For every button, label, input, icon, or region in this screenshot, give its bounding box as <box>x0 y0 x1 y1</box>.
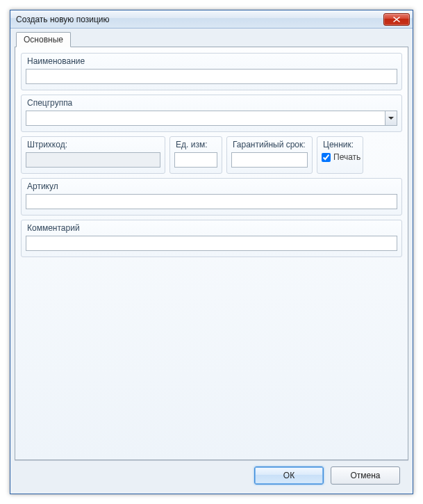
client-area: Основные Наименование Спецгруппа Штрихко… <box>10 29 413 494</box>
dialog-window: Создать новую позицию Основные Наименова… <box>10 10 413 494</box>
label-warranty: Гарантийный срок: <box>233 140 308 149</box>
group-specgroup: Спецгруппа <box>21 95 402 132</box>
cancel-button[interactable]: Отмена <box>331 466 400 485</box>
chevron-down-icon[interactable] <box>385 111 397 125</box>
label-pricetag: Ценник: <box>323 140 358 149</box>
tab-main[interactable]: Основные <box>16 32 71 47</box>
group-comment: Комментарий <box>21 220 402 257</box>
label-name: Наименование <box>27 56 397 66</box>
label-unit: Ед. изм: <box>176 140 217 149</box>
specgroup-input[interactable] <box>26 111 385 125</box>
row-details: Штрихкод: Ед. изм: Гарантийный срок: <box>21 136 402 174</box>
group-unit: Ед. изм: <box>169 136 222 174</box>
window-title: Создать новую позицию <box>16 15 383 24</box>
close-icon <box>393 17 400 22</box>
warranty-combo[interactable] <box>231 152 308 168</box>
ok-button[interactable]: ОК <box>254 466 324 485</box>
unit-combo[interactable] <box>174 152 217 168</box>
spacer <box>21 261 402 454</box>
barcode-input <box>26 152 160 168</box>
label-barcode: Штрихкод: <box>27 140 160 149</box>
tab-page-main: Наименование Спецгруппа Штрихкод: Ед. из… <box>15 47 408 460</box>
label-specgroup: Спецгруппа <box>27 98 397 108</box>
pricetag-print-option[interactable]: Печать <box>322 152 358 162</box>
pricetag-print-label: Печать <box>333 152 360 162</box>
group-article: Артикул <box>21 178 402 216</box>
label-article: Артикул <box>27 181 397 191</box>
title-bar: Создать новую позицию <box>10 10 413 29</box>
article-input[interactable] <box>26 194 397 209</box>
specgroup-combo[interactable] <box>26 111 397 126</box>
close-button[interactable] <box>383 13 410 26</box>
pricetag-print-checkbox[interactable] <box>322 153 331 162</box>
label-comment: Комментарий <box>27 223 397 233</box>
name-input[interactable] <box>26 69 397 84</box>
group-pricetag: Ценник: Печать <box>317 136 363 174</box>
dialog-footer: ОК Отмена <box>15 460 408 489</box>
group-warranty: Гарантийный срок: <box>226 136 313 174</box>
tab-strip: Основные <box>15 32 408 47</box>
comment-input[interactable] <box>26 236 397 251</box>
group-name: Наименование <box>21 53 402 90</box>
group-barcode: Штрихкод: <box>21 136 165 174</box>
